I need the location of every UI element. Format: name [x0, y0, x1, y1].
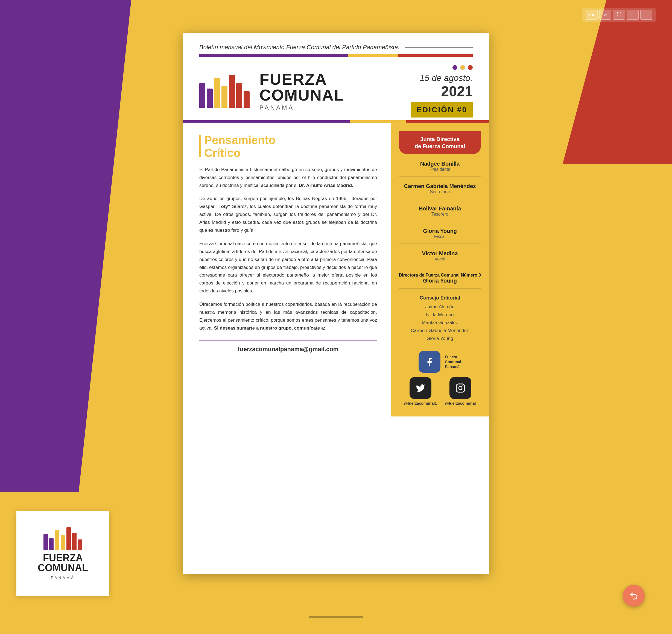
logo-graphic	[199, 75, 249, 108]
facebook-icon[interactable]	[418, 351, 440, 373]
logo-bar-1	[199, 83, 205, 108]
instagram-icon[interactable]	[450, 377, 471, 399]
doc-title-line: Boletín mensual del Movimiento Fuerza Co…	[199, 44, 473, 51]
contact-email[interactable]: fuerzacomunalpanama@gmail.com	[199, 346, 377, 353]
junta-member-4: Gloria Young Fiscal	[396, 228, 484, 239]
edition-label: Edición #0	[416, 105, 467, 114]
date-text: 15 de agosto,	[411, 73, 473, 83]
junta-member-2: Carmen Gabriela Menéndez Secretaria	[396, 183, 484, 194]
contact-divider	[199, 341, 377, 341]
consejo-member-4: Carmen Gabriela Menéndez	[396, 327, 484, 335]
logo-group: FUERZA COMUNAL PANAMÁ	[199, 71, 344, 111]
social-section: FuerzaComunalPanamá @fuerzacomunal1	[391, 351, 489, 406]
dot-purple	[453, 65, 457, 70]
bl-bar-3	[55, 530, 59, 551]
director-section: Directora de Fuerza Comunal Número 0 Glo…	[396, 273, 484, 284]
right-column: Junta Directivade Fuerza Comunal Nadgee …	[391, 123, 489, 416]
logo-country: PANAMÁ	[260, 104, 344, 111]
director-name: Gloria Young	[396, 278, 484, 284]
article-paragraph-1: El Partido Panameñista históricamente al…	[199, 166, 377, 190]
junta-member-1: Nadgee Bonilla Presidenta	[396, 161, 484, 172]
bg-red-shape	[562, 0, 672, 164]
junta-header: Junta Directivade Fuerza Comunal	[399, 131, 481, 154]
member-role-5: Vocal	[396, 257, 484, 262]
bl-bar-4	[61, 535, 65, 551]
twitter-instagram-row: @fuerzacomunal1 @fuerzacomunal	[404, 377, 476, 406]
bar-red-mid	[406, 120, 489, 123]
logo-bar-5	[229, 75, 235, 108]
doc-header: Boletín mensual del Movimiento Fuerza Co…	[183, 33, 489, 57]
bottom-logo-bars	[44, 527, 82, 551]
document: Boletín mensual del Movimiento Fuerza Co…	[183, 33, 489, 574]
logo-text-group: FUERZA COMUNAL PANAMÁ	[260, 71, 344, 111]
logo-bars	[199, 75, 249, 108]
logo-bar-7	[244, 91, 249, 108]
member-name-5: Víctor Medina	[396, 250, 484, 257]
instagram-handle: @fuerzacomunal	[445, 401, 476, 406]
section-accent-line	[199, 135, 201, 157]
bar-purple	[199, 54, 348, 57]
bl-bar-1	[44, 534, 48, 551]
junta-member-3: Bolívar Famanía Tesorero	[396, 205, 484, 217]
bottom-logo-sub: PANAMÁ	[51, 576, 75, 580]
left-column: Pensamiento Crítico El Partido Panameñis…	[183, 123, 391, 416]
consejo-editorial: Consejo Editorial Jaime Alemán Nilda Mor…	[396, 295, 484, 342]
member-name-3: Bolívar Famanía	[396, 205, 484, 212]
bar-red	[398, 54, 473, 57]
consejo-member-3: Maritza González	[396, 319, 484, 327]
consejo-member-2: Nilda Moreno	[396, 311, 484, 319]
member-name-2: Carmen Gabriela Menéndez	[396, 183, 484, 189]
svg-rect-0	[456, 384, 464, 392]
divider-3	[399, 221, 481, 221]
bar-yellow	[348, 54, 398, 57]
section-title: Pensamiento Crítico	[204, 134, 275, 159]
consejo-member-1: Jaime Alemán	[396, 303, 484, 311]
date-edition: 15 de agosto, 2021 Edición #0	[411, 65, 473, 118]
member-role-4: Fiscal	[396, 234, 484, 239]
reply-button[interactable]	[623, 585, 645, 607]
fullscreen-button[interactable]: ⛶	[613, 10, 625, 20]
svg-point-1	[459, 386, 462, 390]
consejo-title: Consejo Editorial	[396, 295, 484, 301]
divider-4	[399, 243, 481, 244]
facebook-row: FuerzaComunalPanamá	[418, 351, 461, 373]
member-name-4: Gloria Young	[396, 228, 484, 234]
dot-red	[468, 65, 473, 70]
bg-purple-shape	[0, 0, 131, 492]
title-divider	[405, 47, 473, 48]
section-header: Pensamiento Crítico	[199, 134, 377, 159]
member-role-1: Presidenta	[396, 167, 484, 172]
article-paragraph-3: Fuerza Comunal nace como un movimiento d…	[199, 240, 377, 295]
doc-subtitle: Boletín mensual del Movimiento Fuerza Co…	[199, 44, 400, 51]
dot-yellow	[460, 65, 465, 70]
director-label: Directora de Fuerza Comunal Número 0	[396, 273, 484, 278]
instagram-section: @fuerzacomunal	[445, 377, 476, 406]
color-bars-top	[199, 54, 473, 57]
minimize-button[interactable]: ⤢	[599, 10, 611, 20]
toolbar: PDF ⤢ ⛶ ← →	[582, 8, 655, 22]
main-content: Pensamiento Crítico El Partido Panameñis…	[183, 123, 489, 427]
next-button[interactable]: →	[640, 10, 652, 20]
logo-bar-3	[214, 78, 220, 108]
divider-6	[399, 288, 481, 289]
bl-bar-6	[72, 533, 76, 551]
bl-bar-2	[49, 538, 54, 551]
svg-point-2	[462, 385, 463, 386]
prev-button[interactable]: ←	[627, 10, 639, 20]
bar-purple-mid	[183, 120, 350, 123]
twitter-section: @fuerzacomunal1	[404, 377, 437, 406]
logo-bar-4	[221, 86, 227, 108]
dots-row	[411, 65, 473, 70]
article-paragraph-2: De aquellos grupos, surgen por ejemplo, …	[199, 195, 377, 234]
logo-section: FUERZA COMUNAL PANAMÁ 15 de agosto, 2021…	[183, 65, 489, 118]
member-name-1: Nadgee Bonilla	[396, 161, 484, 167]
twitter-icon[interactable]	[410, 377, 431, 399]
edition-badge: Edición #0	[411, 102, 473, 118]
logo-main-name: FUERZA COMUNAL	[260, 71, 344, 103]
bottom-logo-panel: FUERZA COMUNAL PANAMÁ	[17, 511, 110, 596]
pdf-button[interactable]: PDF	[585, 10, 598, 20]
logo-bar-2	[207, 89, 213, 108]
consejo-member-5: Gloria Young	[396, 335, 484, 343]
member-role-2: Secretaria	[396, 189, 484, 194]
scroll-indicator	[309, 616, 363, 617]
